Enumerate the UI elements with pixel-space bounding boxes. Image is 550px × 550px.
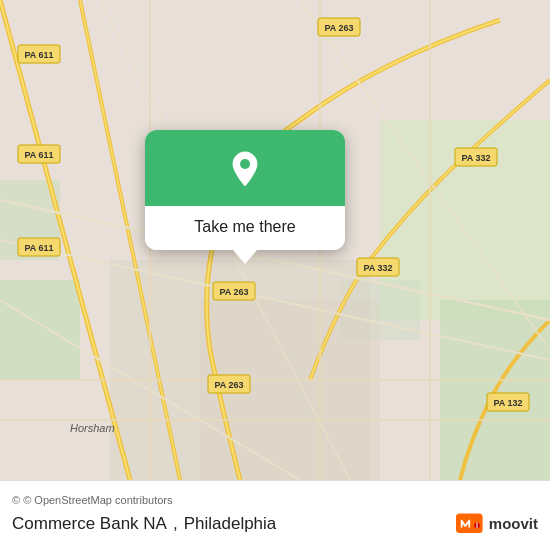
location-name: Commerce Bank NA (12, 514, 167, 534)
location-city: Philadelphia (184, 514, 277, 534)
svg-text:PA 332: PA 332 (461, 153, 490, 163)
copyright-symbol: © (12, 494, 20, 506)
moovit-text: moovit (489, 515, 538, 532)
popup-label-area: Take me there (145, 206, 345, 250)
svg-text:PA 263: PA 263 (324, 23, 353, 33)
svg-text:PA 132: PA 132 (493, 398, 522, 408)
attribution-text: © OpenStreetMap contributors (23, 494, 172, 506)
bottom-bar: © © OpenStreetMap contributors Commerce … (0, 480, 550, 550)
map-view: PA 611 PA 611 PA 611 PA 263 PA 263 PA 26… (0, 0, 550, 480)
svg-text:PA 611: PA 611 (24, 50, 53, 60)
svg-text:PA 332: PA 332 (363, 263, 392, 273)
location-pin-icon (223, 148, 267, 192)
svg-rect-1 (0, 280, 80, 380)
location-title: Commerce Bank NA, Philadelphia (12, 514, 276, 534)
popup-header (145, 130, 345, 206)
attribution: © © OpenStreetMap contributors (12, 494, 538, 506)
moovit-icon (456, 510, 484, 538)
svg-text:Horsham: Horsham (70, 422, 115, 434)
popup-arrow (233, 250, 257, 264)
take-me-there-button[interactable]: Take me there (194, 218, 295, 236)
svg-text:PA 611: PA 611 (24, 150, 53, 160)
svg-point-41 (240, 159, 250, 169)
svg-text:PA 263: PA 263 (219, 287, 248, 297)
popup-card: Take me there (145, 130, 345, 250)
moovit-logo: moovit (456, 510, 538, 538)
svg-text:PA 263: PA 263 (214, 380, 243, 390)
svg-text:PA 611: PA 611 (24, 243, 53, 253)
